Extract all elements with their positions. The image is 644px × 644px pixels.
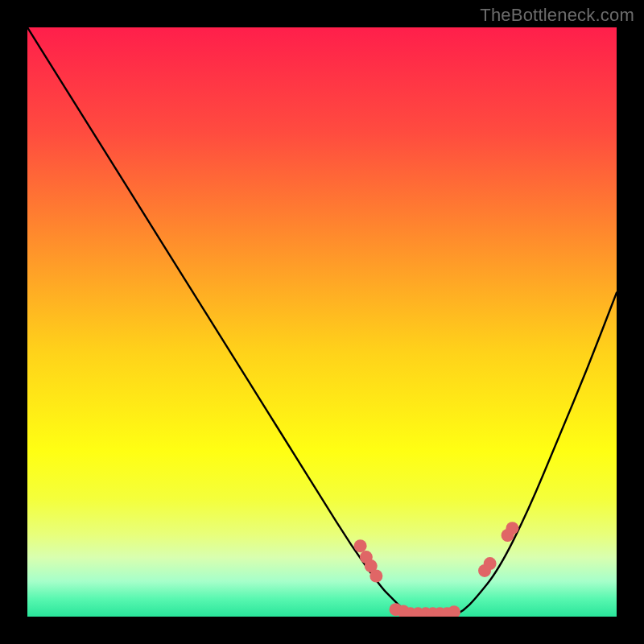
bottleneck-curve	[27, 27, 617, 617]
chart-frame: TheBottleneck.com	[0, 0, 644, 644]
attribution-text: TheBottleneck.com	[480, 5, 634, 26]
plot-area	[27, 27, 617, 617]
curve-dot	[448, 605, 460, 617]
curve-layer	[27, 27, 617, 617]
curve-dot	[354, 539, 367, 552]
curve-dot	[369, 569, 382, 582]
curve-dot	[506, 522, 518, 535]
curve-dots	[354, 522, 519, 617]
curve-dot	[484, 557, 497, 570]
